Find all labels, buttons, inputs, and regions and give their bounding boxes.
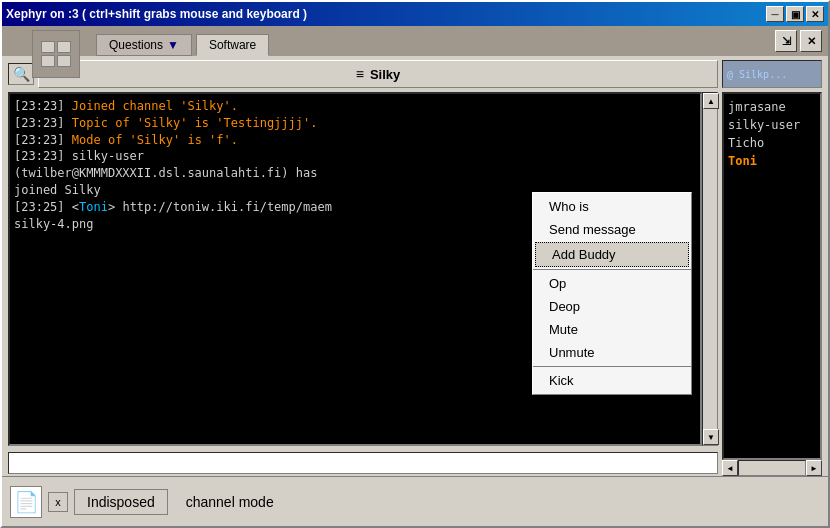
maximize-button[interactable]: ▣ [786,6,804,22]
status-bar: 📄 x Indisposed channel mode [2,476,828,526]
user-list: jmrasane silky-user Ticho Toni [722,92,822,460]
tab-questions[interactable]: Questions ▼ [96,34,192,56]
context-send-message[interactable]: Send message [533,218,691,241]
userlist-right-button[interactable]: ► [806,460,822,476]
status-document-icon: 📄 [10,486,42,518]
tab-software-label: Software [209,38,256,52]
right-panel: @ Silkp... jmrasane silky-user Ticho Ton… [722,60,822,476]
channel-header: ≡ Silky [38,60,718,88]
user-list-header-text: @ Silkp... [727,69,787,80]
chat-input[interactable] [8,452,718,474]
main-window: Xephyr on :3 ( ctrl+shift grabs mouse an… [0,0,830,528]
tab-questions-label: Questions [109,38,163,52]
user-item-silkyuser[interactable]: silky-user [728,116,816,134]
search-icon: 🔍 [13,66,30,82]
titlebar-title: Xephyr on :3 ( ctrl+shift grabs mouse an… [6,7,307,21]
context-add-buddy[interactable]: Add Buddy [535,242,689,267]
inner-resize-button[interactable]: ⇲ [775,30,797,52]
indisposed-label: Indisposed [74,489,168,515]
user-item-ticho[interactable]: Ticho [728,134,816,152]
tab-bar: Questions ▼ Software ⇲ ✕ [2,26,828,56]
channel-mode-label: channel mode [174,490,286,514]
titlebar: Xephyr on :3 ( ctrl+shift grabs mouse an… [2,2,828,26]
userlist-left-button[interactable]: ◄ [722,460,738,476]
tab-software[interactable]: Software [196,34,269,56]
context-menu: Who is Send message Add Buddy Op Deop Mu… [532,192,692,395]
chat-line-2: [23:23] Topic of 'Silky' is 'Testingjjjj… [14,115,696,132]
chat-line-1: [23:23] Joined channel 'Silky'. [14,98,696,115]
channel-icon: ≡ [356,66,364,82]
inner-close-button[interactable]: ✕ [800,30,822,52]
user-item-toni[interactable]: Toni [728,152,816,170]
scroll-thumb[interactable] [703,109,717,429]
main-content: 🔍 ≡ Silky [23:23] Joined channel 'Silky'… [2,56,828,480]
context-mute[interactable]: Mute [533,318,691,341]
context-unmute[interactable]: Unmute [533,341,691,364]
minimize-button[interactable]: ─ [766,6,784,22]
context-who-is[interactable]: Who is [533,195,691,218]
document-icon: 📄 [14,490,39,514]
context-kick[interactable]: Kick [533,369,691,392]
context-op[interactable]: Op [533,272,691,295]
context-separator-1 [533,269,691,270]
chat-scrollbar[interactable]: ▲ ▼ [702,92,718,446]
input-area [8,450,718,476]
chat-line-3: [23:23] Mode of 'Silky' is 'f'. [14,132,696,149]
scroll-down-button[interactable]: ▼ [703,429,719,445]
user-item-jmrasane[interactable]: jmrasane [728,98,816,116]
search-icon-box[interactable]: 🔍 [8,63,34,85]
channel-name: Silky [370,67,400,82]
tab-arrow-icon: ▼ [167,38,179,52]
close-button[interactable]: ✕ [806,6,824,22]
context-deop[interactable]: Deop [533,295,691,318]
scroll-up-button[interactable]: ▲ [703,93,719,109]
context-separator-2 [533,366,691,367]
titlebar-buttons: ─ ▣ ✕ [766,6,824,22]
user-list-header: @ Silkp... [722,60,822,88]
status-close-button[interactable]: x [48,492,68,512]
